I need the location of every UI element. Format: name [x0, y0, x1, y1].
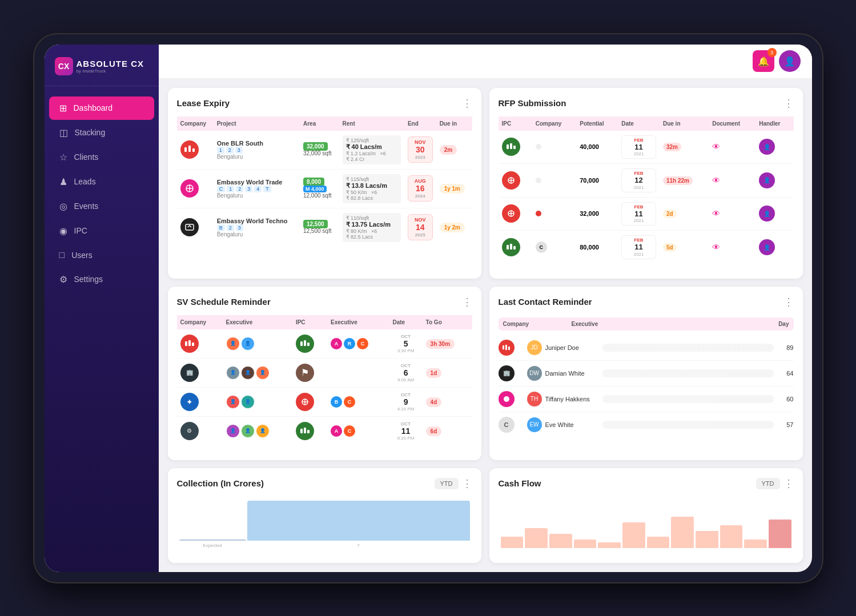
device-screen: CX ABSOLUTE CX by InsideTruck ⊞ Dashboar…: [45, 45, 812, 572]
lease-due-3: 1y 2m: [436, 208, 472, 247]
sv-ipc-1: [292, 329, 327, 359]
sidebar-label-ipc: IPC: [74, 226, 87, 235]
rfp-due-2: 11h 22m: [660, 164, 709, 198]
svg-rect-19: [185, 341, 187, 346]
svg-rect-7: [507, 144, 509, 149]
table-row: Embassy World Trade C 1 2 3 4 T: [177, 169, 472, 208]
sv-date-1: OCT 5 3:30 PM: [389, 329, 423, 359]
contact-row-4: C EW Eve White 57: [499, 412, 794, 437]
sv-exec-3: 👤 👤: [223, 387, 292, 416]
svg-rect-24: [307, 343, 310, 346]
rfp-due-1: 32m: [660, 131, 709, 164]
rfp-th-potential: Potential: [576, 116, 618, 131]
lease-project-2: Embassy World Trade C 1 2 3 4 T: [214, 169, 300, 208]
rfp-due-4: 5d: [660, 231, 709, 264]
main-content: 🔔 3 👤 Lease Expiry ⋮: [159, 45, 812, 572]
contact-bar-1: [602, 344, 774, 352]
events-icon: ◎: [59, 201, 67, 212]
sidebar-logo: CX ABSOLUTE CX by InsideTruck: [45, 45, 159, 86]
collection-card: Collection (In Crores) YTD ⋮ Expected: [168, 468, 481, 563]
lease-end-3: NOV 14 2025: [404, 208, 436, 247]
dashboard-body: Lease Expiry ⋮ Company Project Area Rent…: [159, 79, 812, 572]
cash-flow-title: Cash Flow: [499, 478, 541, 488]
collection-chart: Expected 7: [177, 497, 472, 548]
sidebar-item-events[interactable]: ◎ Events: [49, 195, 154, 218]
lease-area-1: 32,000 32,000 sqft: [300, 131, 339, 170]
sv-execbadge-2: [327, 358, 389, 387]
lease-project-3: Embassy World Techno B 2 3 Bengaluru: [214, 208, 300, 247]
sidebar-label-stacking: Stacking: [75, 128, 106, 137]
sv-company-4: ⚙: [177, 416, 223, 445]
sv-menu[interactable]: ⋮: [462, 296, 472, 308]
sidebar-item-stacking[interactable]: ◫ Stacking: [49, 121, 154, 144]
dashboard-icon: ⊞: [59, 103, 67, 114]
table-row: ⚙ 👤 👤 👤: [177, 416, 472, 445]
sidebar-item-leads[interactable]: ♟ Leads: [49, 170, 154, 194]
sidebar-item-settings[interactable]: ⚙ Settings: [49, 268, 154, 291]
collection-header: Collection (In Crores) YTD ⋮: [177, 477, 472, 490]
collection-title: Collection (In Crores): [177, 478, 264, 488]
notification-badge: 3: [767, 48, 777, 57]
rfp-company-2: [532, 164, 577, 198]
contact-row-2: 🏢 DW Damian White 64: [499, 361, 794, 386]
sv-header: SV Schedule Reminder ⋮: [177, 296, 472, 308]
rfp-doc-3: 👁: [709, 197, 755, 231]
table-row: 40,000 FEB 11 2021 32m 👁: [499, 131, 794, 164]
top-bar: 🔔 3 👤: [159, 45, 812, 79]
sidebar-label-dashboard: Dashboard: [74, 103, 113, 112]
sv-ipc-3: [292, 387, 327, 416]
last-contact-title: Last Contact Reminder: [499, 297, 592, 307]
lease-project-1: One BLR South 1 2 3 Bengaluru: [214, 131, 300, 170]
rfp-doc-2: 👁: [709, 164, 755, 198]
cash-flow-menu[interactable]: ⋮: [783, 477, 794, 490]
rfp-company-3: [532, 197, 577, 231]
table-row: 👤 👤: [177, 329, 472, 359]
lease-expiry-menu[interactable]: ⋮: [462, 97, 472, 110]
svg-rect-1: [188, 146, 191, 152]
contact-bar-2: [602, 369, 774, 377]
svg-rect-0: [184, 147, 187, 152]
sidebar-item-users[interactable]: □ Users: [49, 244, 154, 267]
rfp-ipc-3: [499, 197, 532, 231]
last-contact-menu[interactable]: ⋮: [783, 296, 794, 308]
contact-row-1: JD Juniper Doe 89: [499, 335, 794, 361]
svg-rect-20: [188, 340, 191, 346]
cash-flow-ytd-button[interactable]: YTD: [756, 478, 780, 489]
contact-bar-3: [602, 395, 774, 403]
rfp-handler-1: 👤: [755, 131, 793, 164]
rfp-submission-card: RFP Submission ⋮ IPC Company Potential D…: [489, 88, 803, 279]
sidebar-label-users: Users: [71, 251, 93, 260]
rfp-potential-3: 32,000: [576, 197, 618, 231]
cash-flow-header: Cash Flow YTD ⋮: [499, 477, 794, 490]
last-contact-card: Last Contact Reminder ⋮ Company Executiv…: [489, 287, 803, 460]
svg-rect-16: [507, 245, 509, 249]
contact-row-3: TH Tiffany Hakkens 60: [499, 386, 794, 412]
sidebar-item-dashboard[interactable]: ⊞ Dashboard: [49, 96, 154, 120]
rfp-due-3: 2d: [660, 197, 709, 231]
table-row: One BLR South 1 2 3 Bengaluru 32: [177, 131, 472, 170]
contact-name-1: Juniper Doe: [545, 344, 597, 351]
sv-ipc-4: [292, 416, 327, 445]
th-end: End: [404, 116, 436, 131]
sv-company-1: [177, 329, 223, 359]
lease-expiry-title: Lease Expiry: [177, 98, 230, 108]
notification-button[interactable]: 🔔 3: [753, 50, 774, 72]
svg-rect-31: [503, 345, 504, 349]
last-contact-header: Last Contact Reminder ⋮: [499, 296, 794, 308]
rfp-date-4: FEB 11 2021: [618, 231, 660, 264]
lease-company-3: [177, 208, 214, 247]
rfp-title: RFP Submission: [499, 98, 566, 108]
collection-menu[interactable]: ⋮: [462, 477, 472, 490]
top-bar-actions: 🔔 3 👤: [753, 50, 801, 72]
rfp-menu[interactable]: ⋮: [783, 97, 794, 110]
collection-ytd-button[interactable]: YTD: [435, 478, 459, 489]
rfp-ipc-4: [499, 231, 532, 264]
sv-togo-4: 6d: [423, 416, 472, 445]
table-row: ✦ 👤 👤: [177, 387, 472, 416]
sidebar-item-clients[interactable]: ☆ Clients: [49, 146, 154, 169]
sidebar-item-ipc[interactable]: ◉ IPC: [49, 219, 154, 243]
sidebar-label-clients: Clients: [74, 152, 99, 162]
user-avatar[interactable]: 👤: [779, 50, 801, 72]
rfp-date-2: FEB 12 2021: [618, 164, 660, 198]
sidebar-nav: ⊞ Dashboard ◫ Stacking ☆ Clients ♟ Leads…: [45, 86, 159, 572]
